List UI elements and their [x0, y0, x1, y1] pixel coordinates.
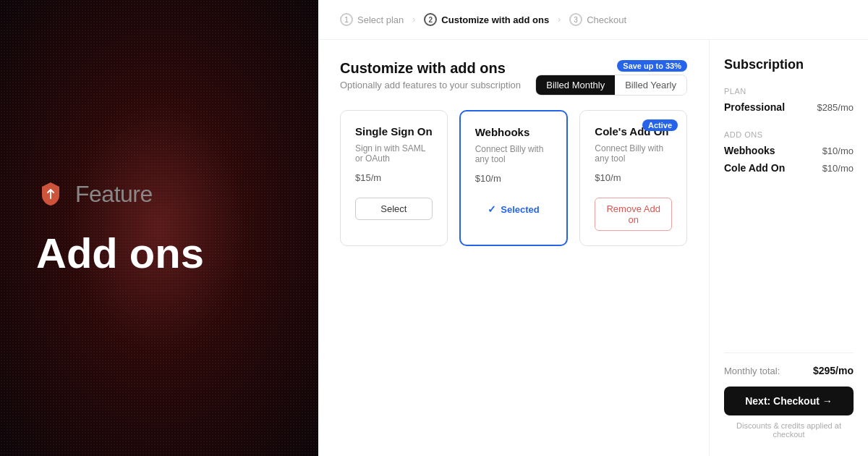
sidebar-footer: Monthly total: $295/mo Next: Checkout → … [724, 352, 854, 439]
subscription-sidebar: Subscription Plan Professional $285/mo A… [709, 40, 868, 456]
billing-toggle: Save up to 33% Billed Monthly Billed Yea… [535, 60, 687, 96]
sidebar-addon-webhooks-row: Webhooks $10/mo [724, 145, 854, 156]
addon-sso-select-button[interactable]: Select [355, 198, 433, 220]
step-2[interactable]: 2 Customize with add ons [424, 13, 549, 26]
addon-sso-price: $15/m [355, 172, 433, 183]
section-title-group: Customize with add ons Optionally add fe… [340, 60, 521, 90]
chevron-icon-2: › [558, 14, 561, 25]
addon-cards: Single Sign On Sign in with SAML or OAut… [340, 110, 687, 246]
sidebar-addons-label: Add ons [724, 130, 854, 139]
addon-sso-title: Single Sign On [355, 125, 433, 138]
sidebar-plan-row: Professional $285/mo [724, 101, 854, 113]
billing-monthly-button[interactable]: Billed Monthly [536, 75, 615, 95]
step-3[interactable]: 3 Checkout [569, 13, 626, 26]
step-1[interactable]: 1 Select plan [340, 13, 404, 26]
addon-webhooks-title: Webhooks [475, 126, 553, 138]
step-1-circle: 1 [340, 13, 353, 26]
addon-cole-action: Remove Add on [595, 198, 672, 231]
left-panel: Feature Add ons [0, 0, 318, 456]
addon-webhooks-action-label: Selected [501, 204, 539, 215]
total-row: Monthly total: $295/mo [724, 365, 854, 376]
brand-logo-icon [36, 180, 65, 208]
cole-active-badge: Active [642, 119, 678, 131]
sidebar-plan-label: Plan [724, 87, 854, 96]
main-content: Customize with add ons Optionally add fe… [318, 40, 709, 456]
step-3-label: Checkout [587, 14, 626, 25]
addon-webhooks-action: ✓ Selected [475, 198, 553, 220]
billing-toggle-buttons: Billed Monthly Billed Yearly [535, 75, 687, 96]
sidebar-plan-price: $285/mo [817, 102, 854, 113]
addon-webhooks-price: $10/m [475, 173, 553, 184]
sidebar-addon-cole-price: $10/mo [822, 163, 854, 174]
sidebar-addon-cole-row: Cole Add On $10/mo [724, 162, 854, 174]
addon-webhooks-desc: Connect Billy with any tool [475, 144, 553, 164]
addon-cole-desc: Connect Billy with any tool [595, 143, 672, 164]
sidebar-plan-section: Plan Professional $285/mo [724, 87, 854, 119]
sidebar-title: Subscription [724, 57, 854, 72]
section-header: Customize with add ons Optionally add fe… [340, 60, 687, 96]
sidebar-addon-webhooks-name: Webhooks [724, 145, 775, 156]
step-3-circle: 3 [569, 13, 582, 26]
section-title: Customize with add ons [340, 60, 521, 77]
check-icon: ✓ [488, 203, 496, 215]
right-panel: 1 Select plan › 2 Customize with add ons… [318, 0, 868, 456]
total-amount: $295/mo [813, 365, 854, 376]
brand-name: Feature [75, 181, 153, 208]
total-label: Monthly total: [724, 366, 780, 376]
content-area: Customize with add ons Optionally add fe… [318, 40, 868, 456]
sidebar-plan-name: Professional [724, 101, 785, 113]
step-1-label: Select plan [357, 14, 404, 25]
step-2-label: Customize with add ons [441, 14, 549, 25]
chevron-icon-1: › [412, 14, 415, 25]
stepper: 1 Select plan › 2 Customize with add ons… [318, 0, 868, 40]
section-subtitle: Optionally add features to your subscrip… [340, 80, 521, 90]
addon-cole-remove-button[interactable]: Remove Add on [595, 198, 672, 231]
sidebar-addon-cole-name: Cole Add On [724, 162, 785, 174]
sidebar-addon-webhooks-price: $10/mo [822, 145, 854, 156]
step-2-circle: 2 [424, 13, 437, 26]
billing-yearly-button[interactable]: Billed Yearly [615, 75, 686, 95]
addon-card-sso: Single Sign On Sign in with SAML or OAut… [340, 110, 448, 246]
addon-card-cole: Active Cole's Add On Connect Billy with … [579, 110, 687, 246]
addon-sso-desc: Sign in with SAML or OAuth [355, 143, 433, 164]
checkout-button[interactable]: Next: Checkout → [724, 387, 854, 415]
sidebar-addons-section: Add ons Webhooks $10/mo Cole Add On $10/… [724, 130, 854, 180]
addon-card-webhooks: Webhooks Connect Billy with any tool $10… [459, 110, 569, 246]
save-badge: Save up to 33% [617, 60, 687, 72]
discount-note: Discounts & credits applied at checkout [724, 421, 854, 439]
hero-title: Add ons [36, 230, 282, 276]
addon-webhooks-selected-button[interactable]: ✓ Selected [475, 198, 553, 220]
addon-sso-action: Select [355, 198, 433, 220]
addon-cole-price: $10/m [595, 172, 672, 183]
brand: Feature [36, 180, 282, 208]
